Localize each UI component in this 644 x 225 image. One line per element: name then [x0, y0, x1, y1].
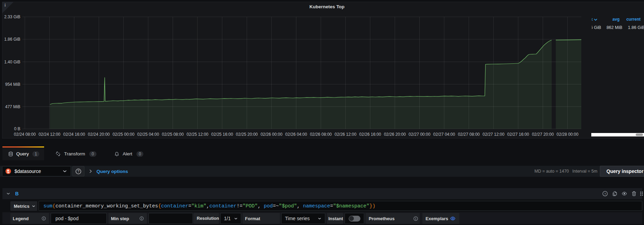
svg-text:02/25 16:00: 02/25 16:00 [211, 132, 233, 137]
svg-text:02/27 00:00: 02/27 00:00 [409, 132, 431, 137]
svg-text:954 MiB: 954 MiB [5, 82, 20, 87]
svg-text:02/24 08:00: 02/24 08:00 [14, 132, 36, 137]
svg-text:current: current [626, 17, 641, 22]
svg-text:i: i [4, 2, 6, 8]
svg-text:02/26 08:00: 02/26 08:00 [310, 132, 332, 137]
svg-text:862 MiB: 862 MiB [606, 25, 622, 30]
svg-text:02/26 12:00: 02/26 12:00 [335, 132, 357, 137]
svg-text:02/27 12:00: 02/27 12:00 [482, 132, 504, 137]
svg-text:02/25 20:00: 02/25 20:00 [236, 132, 258, 137]
svg-text:02/26 04:00: 02/26 04:00 [285, 132, 307, 137]
svg-text:02/27 04:00: 02/27 04:00 [433, 132, 455, 137]
svg-text:02/26 00:00: 02/26 00:00 [260, 132, 283, 137]
svg-text:02/27 16:00: 02/27 16:00 [507, 132, 529, 137]
svg-text:avg: avg [612, 17, 620, 22]
svg-text:02/27 20:00: 02/27 20:00 [532, 132, 554, 137]
svg-text:?: ? [78, 169, 80, 173]
svg-text:2.33 GiB: 2.33 GiB [4, 14, 20, 19]
svg-text:1.40 GiB: 1.40 GiB [4, 60, 20, 64]
svg-text:02/27 08:00: 02/27 08:00 [458, 132, 480, 137]
svg-text:?: ? [604, 192, 606, 196]
svg-text:02/24 12:00: 02/24 12:00 [39, 132, 61, 137]
svg-text:02/28 00:00: 02/28 00:00 [556, 132, 579, 137]
svg-text:477 MiB: 477 MiB [5, 104, 20, 109]
svg-text:02/26 20:00: 02/26 20:00 [384, 132, 406, 137]
svg-text:1.86 GiB: 1.86 GiB [628, 25, 644, 30]
svg-text:02/25 08:00: 02/25 08:00 [162, 132, 184, 137]
svg-text:0 B: 0 B [14, 126, 20, 131]
svg-text:02/25 12:00: 02/25 12:00 [186, 132, 208, 137]
svg-text:Kubernetes Top: Kubernetes Top [309, 4, 345, 9]
svg-text:02/26 16:00: 02/26 16:00 [359, 132, 381, 137]
svg-text:02/24 16:00: 02/24 16:00 [63, 132, 85, 137]
svg-text:02/25 04:00: 02/25 04:00 [137, 132, 159, 137]
svg-text:02/24 20:00: 02/24 20:00 [88, 132, 110, 137]
svg-text:02/25 00:00: 02/25 00:00 [113, 132, 135, 137]
svg-text:1.86 GiB: 1.86 GiB [4, 37, 20, 42]
